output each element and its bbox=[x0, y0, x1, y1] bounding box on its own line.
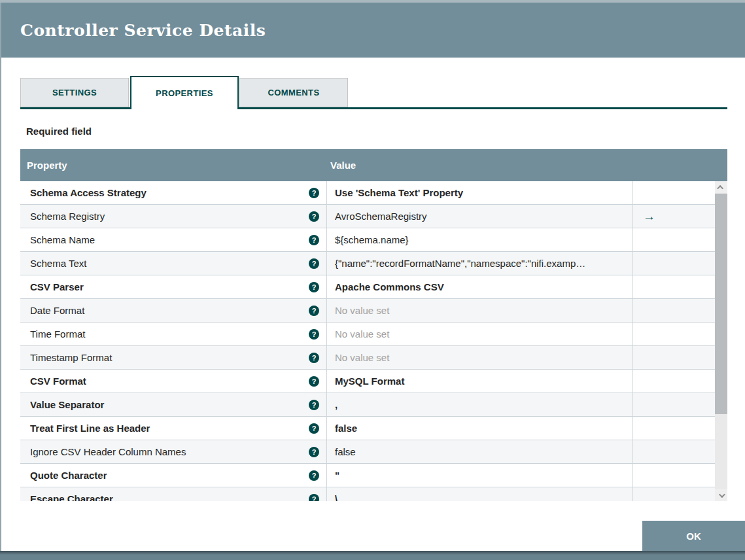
ok-button-label: OK bbox=[686, 531, 701, 542]
property-name: Schema Text bbox=[30, 258, 309, 269]
tab-settings-label: SETTINGS bbox=[52, 88, 97, 97]
property-name: Timestamp Format bbox=[30, 352, 309, 363]
help-icon[interactable]: ? bbox=[309, 400, 319, 410]
required-field-hint: Required field bbox=[26, 126, 92, 137]
table-scrollbar[interactable] bbox=[715, 181, 727, 501]
help-icon[interactable]: ? bbox=[309, 376, 319, 387]
property-name: Schema Access Strategy bbox=[30, 187, 309, 198]
table-row[interactable]: Schema Registry ? AvroSchemaRegistry → bbox=[20, 205, 727, 228]
tab-comments-label: COMMENTS bbox=[268, 88, 319, 97]
dialog-title: Controller Service Details bbox=[20, 21, 266, 40]
property-name: Escape Character bbox=[30, 493, 309, 501]
help-icon[interactable]: ? bbox=[309, 306, 319, 316]
property-name: Time Format bbox=[30, 328, 309, 340]
property-name: Ignore CSV Header Column Names bbox=[30, 446, 309, 457]
property-value: ${schema.name} bbox=[335, 234, 409, 245]
help-icon[interactable]: ? bbox=[309, 494, 319, 502]
tab-settings[interactable]: SETTINGS bbox=[20, 78, 129, 107]
table-row[interactable]: CSV Format ? MySQL Format bbox=[20, 370, 727, 393]
property-value: {"name":"recordFormatName","namespace":"… bbox=[335, 258, 585, 269]
scroll-up-button[interactable] bbox=[715, 181, 727, 193]
tab-underline bbox=[20, 107, 727, 109]
property-name: Quote Character bbox=[30, 470, 309, 481]
help-icon[interactable]: ? bbox=[309, 329, 319, 340]
table-row[interactable]: Schema Text ? {"name":"recordFormatName"… bbox=[20, 252, 727, 275]
help-icon[interactable]: ? bbox=[309, 282, 319, 292]
property-value: MySQL Format bbox=[335, 376, 404, 387]
properties-table: Property Value Schema Access Strategy ? … bbox=[20, 149, 727, 501]
property-name: Treat First Line as Header bbox=[30, 423, 309, 434]
property-value: , bbox=[335, 399, 338, 410]
table-row[interactable]: Value Separator ? , bbox=[20, 393, 727, 417]
tab-properties-label: PROPERTIES bbox=[156, 88, 213, 98]
table-row[interactable]: Schema Access Strategy ? Use 'Schema Tex… bbox=[20, 181, 727, 205]
property-value: \ bbox=[335, 493, 338, 501]
table-row[interactable]: Time Format ? No value set bbox=[20, 323, 727, 346]
dialog-header: Controller Service Details bbox=[1, 3, 745, 58]
table-row[interactable]: CSV Parser ? Apache Commons CSV bbox=[20, 275, 727, 299]
property-value: false bbox=[335, 423, 357, 434]
table-row[interactable]: Quote Character ? " bbox=[20, 464, 727, 487]
table-row[interactable]: Ignore CSV Header Column Names ? false bbox=[20, 440, 727, 464]
chevron-up-icon bbox=[717, 184, 723, 191]
property-value: Apache Commons CSV bbox=[335, 281, 444, 292]
property-name: Schema Registry bbox=[30, 211, 309, 222]
table-body: Schema Access Strategy ? Use 'Schema Tex… bbox=[20, 181, 727, 501]
table-row[interactable]: Escape Character ? \ bbox=[20, 487, 727, 501]
property-name: Date Format bbox=[30, 305, 309, 316]
help-icon[interactable]: ? bbox=[309, 447, 319, 457]
table-header: Property Value bbox=[20, 149, 727, 181]
help-icon[interactable]: ? bbox=[309, 353, 319, 363]
tab-bar: SETTINGS PROPERTIES COMMENTS bbox=[20, 75, 727, 112]
scroll-down-button[interactable] bbox=[715, 489, 727, 501]
property-value: " bbox=[335, 470, 339, 481]
property-value: Use 'Schema Text' Property bbox=[335, 187, 463, 198]
property-value: false bbox=[335, 446, 356, 457]
table-row[interactable]: Treat First Line as Header ? false bbox=[20, 417, 727, 440]
property-value: No value set bbox=[335, 305, 389, 316]
property-name: CSV Parser bbox=[30, 281, 309, 292]
table-row[interactable]: Date Format ? No value set bbox=[20, 299, 727, 323]
ok-button[interactable]: OK bbox=[642, 521, 745, 551]
goto-service-icon[interactable]: → bbox=[643, 210, 655, 222]
property-value: No value set bbox=[335, 328, 389, 340]
property-name: Value Separator bbox=[30, 399, 309, 410]
column-header-property: Property bbox=[20, 160, 327, 171]
property-name: CSV Format bbox=[30, 376, 309, 387]
help-icon[interactable]: ? bbox=[309, 235, 319, 245]
help-icon[interactable]: ? bbox=[309, 423, 319, 434]
property-name: Schema Name bbox=[30, 234, 309, 245]
table-row[interactable]: Timestamp Format ? No value set bbox=[20, 346, 727, 370]
tab-comments[interactable]: COMMENTS bbox=[239, 78, 348, 107]
tab-properties[interactable]: PROPERTIES bbox=[130, 76, 239, 109]
property-value: AvroSchemaRegistry bbox=[335, 211, 427, 222]
dialog-drop-shadow bbox=[0, 551, 745, 555]
controller-service-details-dialog: Controller Service Details SETTINGS PROP… bbox=[1, 3, 745, 551]
help-icon[interactable]: ? bbox=[309, 470, 319, 481]
help-icon[interactable]: ? bbox=[309, 258, 319, 269]
help-icon[interactable]: ? bbox=[309, 188, 319, 198]
table-row[interactable]: Schema Name ? ${schema.name} bbox=[20, 228, 727, 252]
chevron-down-icon bbox=[719, 491, 725, 498]
scrollbar-thumb[interactable] bbox=[715, 194, 727, 414]
property-value: No value set bbox=[335, 352, 389, 363]
help-icon[interactable]: ? bbox=[309, 211, 319, 222]
column-header-value: Value bbox=[327, 160, 633, 171]
